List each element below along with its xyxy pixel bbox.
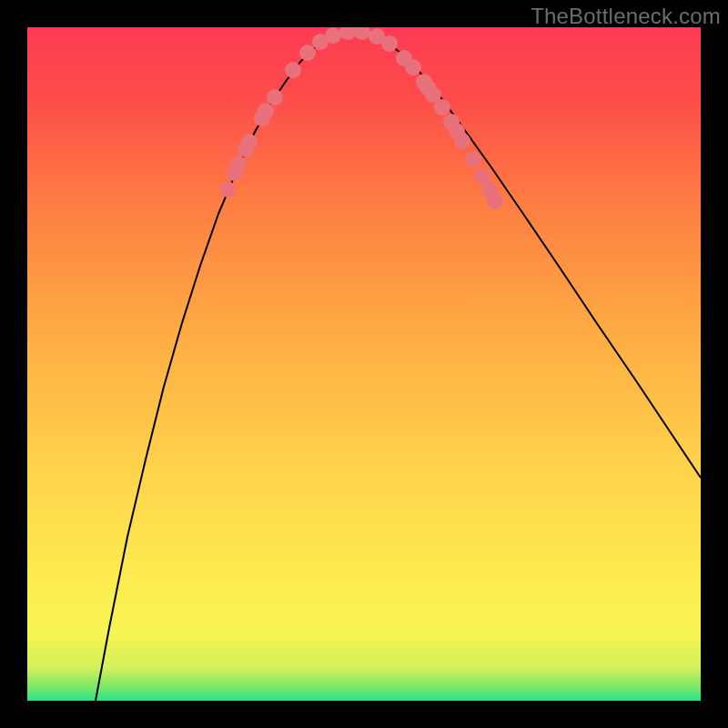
highlight-dot — [465, 151, 481, 167]
highlight-dot — [285, 62, 301, 78]
highlight-dot — [339, 27, 356, 40]
highlight-dot — [241, 134, 258, 150]
bottleneck-curve — [96, 31, 701, 701]
highlight-dot — [405, 59, 421, 76]
highlight-dot — [299, 45, 316, 61]
chart-svg — [27, 27, 701, 701]
highlight-dot — [230, 156, 247, 172]
chart-plot-area — [27, 27, 701, 701]
highlight-dot — [325, 27, 341, 44]
highlight-dot — [219, 181, 236, 197]
highlight-dot — [267, 89, 283, 106]
highlight-dot — [354, 27, 370, 40]
highlight-dot — [434, 99, 450, 116]
highlight-dot — [258, 103, 274, 119]
highlight-dot — [381, 35, 398, 52]
watermark-label: TheBottleneck.com — [531, 4, 721, 29]
highlight-dot — [487, 193, 503, 209]
highlight-dot — [454, 133, 470, 149]
chart-frame: TheBottleneck.com — [0, 0, 728, 728]
